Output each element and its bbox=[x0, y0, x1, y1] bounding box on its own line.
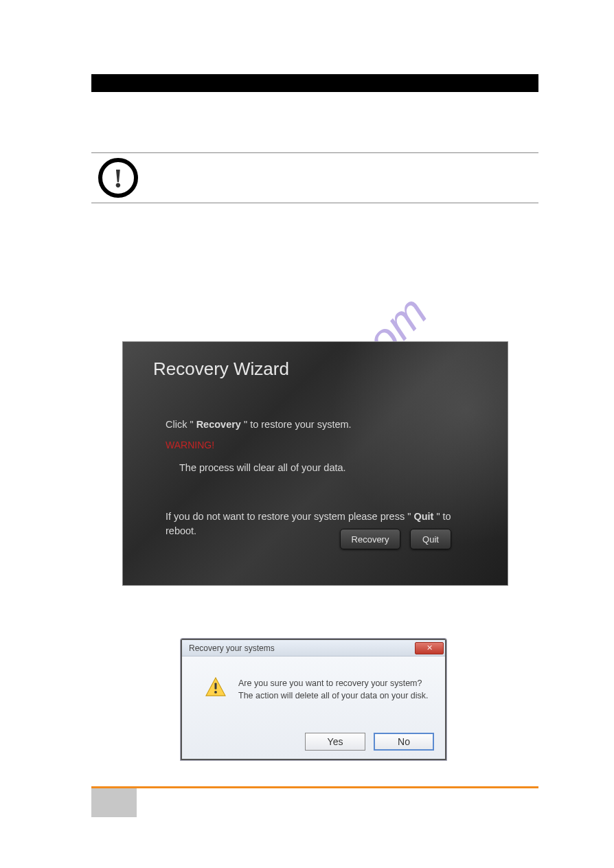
text-bold: Quit bbox=[413, 511, 433, 522]
recovery-button[interactable]: Recovery bbox=[340, 529, 400, 549]
warning-icon bbox=[205, 677, 226, 696]
text-bold: Recovery bbox=[196, 419, 241, 430]
quit-button[interactable]: Quit bbox=[410, 529, 451, 549]
svg-point-3 bbox=[214, 691, 217, 694]
close-icon: ✕ bbox=[427, 643, 433, 652]
wizard-instruction-1: Click " Recovery " to restore your syste… bbox=[166, 419, 352, 430]
yes-button[interactable]: Yes bbox=[305, 733, 365, 751]
wizard-warning-label: WARNING! bbox=[166, 439, 214, 450]
svg-rect-2 bbox=[215, 683, 217, 689]
dialog-line1: Are you sure you want to recovery your s… bbox=[238, 677, 429, 689]
caution-divider-block: ! bbox=[91, 152, 538, 203]
wizard-title: Recovery Wizard bbox=[153, 358, 289, 380]
exclamation-glyph: ! bbox=[113, 162, 122, 194]
confirm-dialog: Recovery your systems ✕ Are you sure you… bbox=[181, 639, 446, 760]
recovery-wizard-screenshot: Recovery Wizard Click " Recovery " to re… bbox=[122, 341, 508, 586]
wizard-warning-text: The process will clear all of your data. bbox=[179, 462, 346, 473]
footer-accent-bar bbox=[91, 786, 538, 788]
page-number-box bbox=[91, 788, 137, 817]
close-button[interactable]: ✕ bbox=[415, 642, 444, 654]
dialog-title: Recovery your systems bbox=[189, 643, 275, 653]
caution-icon: ! bbox=[98, 158, 138, 198]
no-button[interactable]: No bbox=[374, 733, 434, 751]
text: If you do not want to restore your syste… bbox=[166, 511, 413, 522]
text: Click " bbox=[166, 419, 196, 430]
text: " to restore your system. bbox=[241, 419, 352, 430]
dialog-message: Are you sure you want to recovery your s… bbox=[238, 677, 429, 702]
dialog-titlebar: Recovery your systems ✕ bbox=[182, 640, 445, 656]
section-header-bar bbox=[91, 74, 538, 92]
dialog-line2: The action will delete all of your data … bbox=[238, 689, 429, 702]
